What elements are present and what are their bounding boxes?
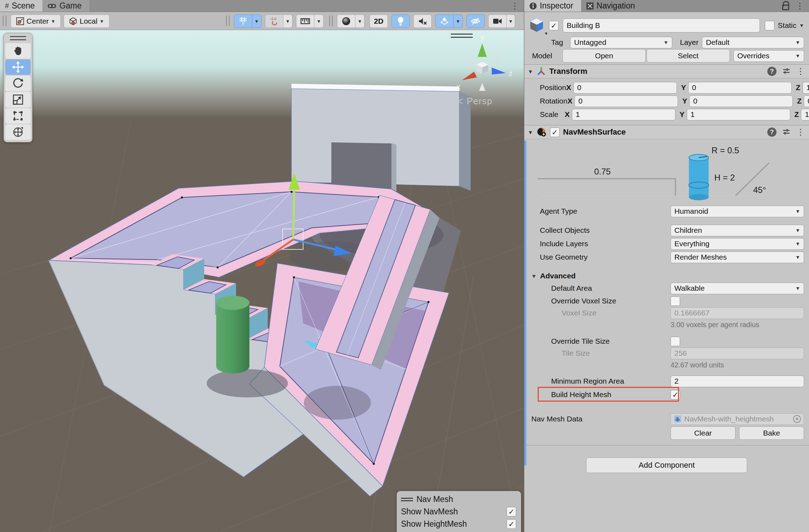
toolbar-grip[interactable] [3,16,6,26]
snap-toggle-button[interactable] [265,14,283,28]
rotation-row: Rotation X Y Z [524,95,809,107]
hand-tool-button[interactable] [5,43,31,59]
info-icon [529,2,537,10]
presets-icon[interactable] [782,67,791,76]
measure-tool-button[interactable] [296,14,314,28]
model-label: Model [524,52,562,60]
help-icon[interactable]: ? [767,128,776,137]
move-tool-button[interactable] [5,59,31,75]
overrides-dropdown[interactable]: Overrides▼ [733,50,804,62]
use-geometry-dropdown[interactable]: Render Meshes▼ [671,252,804,263]
voxel-help-text: 3.00 voxels per agent radius [671,321,759,329]
bake-button[interactable]: Bake [739,426,804,440]
prefab-expand-caret[interactable]: ▼ [544,31,548,36]
rotate-tool-button[interactable] [5,76,31,91]
scene-visibility-button[interactable] [466,14,485,28]
clear-button[interactable]: Clear [671,426,736,440]
foldout-arrow-icon[interactable]: ▼ [528,129,533,135]
transform-tool-button[interactable] [5,124,31,140]
orientation-dropdown[interactable]: Local ▼ [64,14,110,28]
help-icon[interactable]: ? [767,67,776,76]
show-navmesh-checkbox[interactable]: ✓ [507,507,516,516]
object-picker-icon[interactable] [793,415,801,423]
override-voxel-checkbox[interactable] [671,296,680,306]
tab-inspector[interactable]: Inspector [524,0,581,12]
navmeshsurface-enabled-checkbox[interactable]: ✓ [550,128,560,137]
min-region-field[interactable] [671,376,804,387]
static-flags-caret[interactable]: ▼ [799,23,804,28]
chevron-down-icon: ▼ [100,19,104,24]
build-height-mesh-checkbox[interactable]: ✓ [671,390,680,400]
position-z-field[interactable] [803,82,809,94]
override-tile-checkbox[interactable] [671,337,680,346]
grid-snap-button[interactable]: Y [234,14,252,28]
static-checkbox[interactable] [765,21,774,30]
effects-options-caret[interactable]: ▼ [454,14,463,28]
nav-mesh-data-field[interactable]: NavMesh-with_heightmesh [671,413,804,425]
shading-mode-button[interactable] [337,14,355,28]
scale-z-field[interactable] [801,109,809,120]
2d-toggle-button[interactable]: 2D [370,14,388,28]
default-area-dropdown[interactable]: Walkable▼ [671,283,804,294]
advanced-foldout[interactable]: ▼ Advanced [524,271,809,281]
position-row: Position X Y Z [524,81,809,94]
legend-handle-icon[interactable] [401,498,413,501]
scale-tool-button[interactable] [5,92,31,107]
gameobject-name-field[interactable] [563,18,760,32]
navmeshsurface-header[interactable]: ▼ ✓ NavMeshSurface ? ⋮ [524,125,809,139]
hand-tool-icon [13,46,23,56]
lighting-toggle-button[interactable] [391,14,410,28]
component-menu-icon[interactable]: ⋮ [796,128,805,136]
tab-scene[interactable]: # Scene [0,0,42,12]
presets-icon[interactable] [782,128,791,136]
prefab-cube-icon[interactable] [528,17,545,34]
foldout-arrow-icon: ▼ [524,273,537,279]
layer-dropdown[interactable]: Default▼ [702,37,804,48]
gameobject-active-checkbox[interactable]: ✓ [549,21,559,30]
effects-toggle-button[interactable] [435,14,454,28]
toolbar-grip-right[interactable] [226,16,230,26]
pivot-mode-label: Center [26,17,49,25]
min-region-row: Minimum Region Area [524,375,809,387]
audio-toggle-button[interactable] [413,14,432,28]
scene-pane-menu-icon[interactable]: ⋮ [510,2,519,10]
tab-navigation[interactable]: Navigation [581,0,643,12]
rect-tool-button[interactable] [5,108,31,124]
include-layers-row: Include Layers Everything▼ [524,237,809,250]
gizmo-axis-x-label: x [456,82,460,91]
show-heightmesh-checkbox[interactable]: ✓ [507,519,516,529]
rotation-x-field[interactable] [574,95,678,107]
rotation-z-field[interactable] [804,95,809,107]
model-select-button[interactable]: Select [646,49,730,63]
nav-mesh-data-label: Nav Mesh Data [524,415,671,423]
include-layers-dropdown[interactable]: Everything▼ [671,238,804,250]
agent-type-dropdown[interactable]: Humanoid▼ [671,206,804,217]
perspective-mode-label[interactable]: ≺ Persp [456,96,492,107]
position-y-field[interactable] [688,82,792,94]
inspector-lock-icon[interactable] [782,5,789,10]
collect-objects-dropdown[interactable]: Children▼ [671,225,804,236]
measure-options-caret[interactable]: ▼ [314,14,324,28]
scene-viewport[interactable]: y x z ≺ Persp Nav Mesh Show NavMesh ✓ Sh… [0,30,524,532]
tab-game[interactable]: Game [42,0,89,12]
grid-snap-options-caret[interactable]: ▼ [252,14,261,28]
move-tool-icon [12,61,24,73]
scale-x-field[interactable] [572,109,675,120]
tag-dropdown[interactable]: Untagged▼ [570,37,672,48]
model-open-button[interactable]: Open [562,49,646,63]
pivot-mode-dropdown[interactable]: Center ▼ [11,14,61,28]
position-x-field[interactable] [573,82,677,94]
scale-y-field[interactable] [687,109,790,120]
shading-options-caret[interactable]: ▼ [355,14,365,28]
camera-options-caret[interactable]: ▼ [507,14,515,28]
component-menu-icon[interactable]: ⋮ [796,67,805,76]
foldout-arrow-icon[interactable]: ▼ [528,69,533,75]
add-component-button[interactable]: Add Component [586,457,747,473]
advanced-label: Advanced [537,272,575,280]
scene-camera-button[interactable] [488,14,507,28]
tools-overlay-handle[interactable] [10,36,26,40]
inspector-menu-icon[interactable]: ⋮ [796,2,804,10]
rotation-y-field[interactable] [689,95,793,107]
snap-options-caret[interactable]: ▼ [283,14,293,28]
transform-header[interactable]: ▼ Transform ? ⋮ [524,64,809,78]
